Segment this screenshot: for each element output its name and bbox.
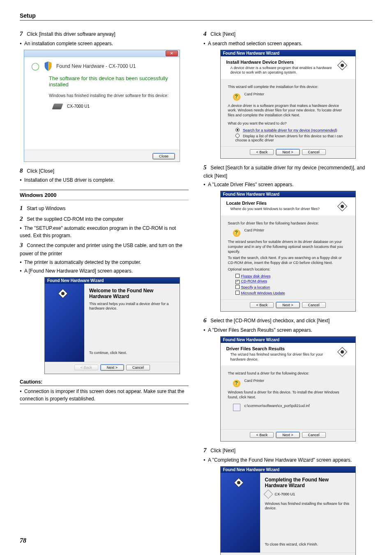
checkbox-floppy[interactable]: Floppy disk drives	[235, 273, 348, 278]
step-number: 5	[203, 163, 209, 172]
step-number: 4	[203, 29, 209, 39]
cancel-button[interactable]: Cancel	[302, 302, 326, 308]
page-header: Setup	[20, 12, 372, 21]
step-7-left: 7 Click [Install this driver software an…	[20, 29, 189, 39]
device-icon	[52, 104, 63, 109]
wizard-heading: Completing the Found New Hardware Wizard	[265, 477, 350, 488]
device-name: CX-7000 U1	[67, 104, 90, 109]
device-icon	[263, 489, 273, 499]
option-label: CD-ROM drives	[241, 279, 267, 283]
checkbox-icon	[235, 291, 240, 295]
locate-driver-dialog: Found New Hardware Wizard Locate Driver …	[220, 191, 356, 312]
step-4: 4 Click [Next]	[203, 29, 372, 39]
wizard-icon	[337, 60, 348, 71]
text-line: Windows has finished installing the soft…	[265, 502, 350, 511]
dialog-subtext: A device driver is a software program th…	[226, 66, 333, 75]
install-line: Windows has finished installing the driv…	[49, 93, 171, 98]
inf-icon	[233, 404, 240, 411]
close-icon[interactable]: ✕	[166, 51, 178, 56]
bullet: An installation complete screen appears.	[20, 40, 189, 47]
wizard-sidebar	[221, 473, 260, 553]
search-results-dialog: Found New Hardware Wizard Driver Files S…	[220, 336, 356, 442]
cancel-button[interactable]: Cancel	[302, 149, 326, 155]
svg-point-3	[341, 64, 344, 67]
step-6: 6 Select the [CD-ROM drives] checkbox, a…	[203, 316, 372, 325]
step-7-right: 7 Click [Next]	[203, 446, 372, 455]
checkbox-update[interactable]: Microsoft Windows Update	[235, 290, 348, 295]
radio-option-search[interactable]: Search for a suitable driver for my devi…	[235, 127, 348, 132]
back-button[interactable]: < Back	[250, 149, 274, 155]
back-button: < Back	[74, 365, 98, 370]
checkbox-specify[interactable]: Specify a location	[235, 284, 348, 289]
wizard-continue: To continue, click Next.	[89, 351, 175, 356]
step-number: 2	[20, 214, 25, 224]
wizard-para: This wizard helps you install a device d…	[89, 302, 175, 311]
option-label: Floppy disk drives	[241, 274, 271, 278]
bullet: The "SETUP.exe" automatic execution prog…	[20, 224, 189, 239]
wizard-icon	[233, 477, 244, 488]
w2k-step-2: 2 Set the supplied CD-ROM into the compu…	[20, 214, 189, 224]
text-line: Optional search locations:	[228, 267, 348, 272]
step-number: 1	[20, 204, 25, 213]
next-button[interactable]: Next >	[101, 365, 124, 370]
text-line: This wizard will complete the installati…	[228, 85, 348, 90]
dialog-titlebar: Found New Hardware Wizard	[221, 337, 355, 343]
option-label: Display a list of the known drivers for …	[235, 134, 343, 142]
svg-point-1	[61, 292, 65, 295]
dialog-subtext: Where do you want Windows to search for …	[226, 207, 333, 212]
text-line: Search for driver files for the followin…	[228, 221, 348, 226]
bullet: A search method selection screen appears…	[203, 40, 372, 47]
left-column: 7 Click [Install this driver software an…	[20, 28, 189, 555]
text-line: To close this wizard, click Finish.	[265, 542, 350, 547]
text-line: The wizard found a driver for the follow…	[228, 371, 348, 376]
close-button[interactable]: Close	[153, 153, 175, 159]
device-name: Card Printer	[244, 379, 265, 383]
next-button[interactable]: Next >	[276, 432, 299, 438]
next-button[interactable]: Next >	[276, 149, 299, 155]
dialog-subtext: The wizard has finished searching for dr…	[226, 352, 333, 362]
caution-text: Connection is improper if this screen do…	[20, 388, 189, 402]
path-row: c:\common\software\cx_port\pdi21ud.inf	[233, 404, 348, 411]
bullet: A "Locate Driver Files" screen appears.	[203, 181, 372, 188]
device-name: CX-7000 U1	[275, 492, 295, 496]
device-name: Card Printer	[244, 228, 265, 232]
bullet: A "Driver Files Search Results" screen a…	[203, 326, 372, 334]
divider	[20, 386, 189, 386]
step-number: 6	[203, 316, 209, 325]
svg-point-7	[341, 350, 344, 354]
device-row: Card Printer	[233, 379, 348, 386]
section-windows2000: Windows 2000	[20, 190, 189, 200]
right-column: 4 Click [Next] A search method selection…	[203, 28, 372, 555]
text-line: Windows found a driver for this device. …	[228, 390, 348, 400]
dialog-titlebar: Found New Hardware Wizard	[45, 278, 180, 284]
next-button[interactable]: Next >	[276, 302, 299, 308]
back-button[interactable]: < Back	[250, 432, 274, 438]
cancel-button[interactable]: Cancel	[302, 432, 326, 438]
device-name: Card Printer	[244, 92, 265, 96]
step-8-left: 8 Click [Close]	[20, 166, 189, 176]
dialog-titlebar: ✕	[24, 50, 180, 57]
radio-option-display[interactable]: Display a list of the known drivers for …	[235, 133, 348, 142]
step-text: Select the [CD-ROM drives] checkbox, and…	[210, 318, 330, 324]
dialog-heading: Driver Files Search Results	[226, 346, 333, 351]
bullet: Installation of the USB driver is comple…	[20, 176, 189, 184]
back-button[interactable]: < Back	[250, 302, 274, 308]
svg-point-5	[341, 205, 344, 208]
cancel-button[interactable]: Cancel	[126, 365, 150, 370]
text-line: What do you want the wizard to do?	[228, 121, 348, 126]
dialog-heading: Install Hardware Device Drivers	[226, 60, 333, 65]
wizard-heading: Welcome to the Found New Hardware Wizard	[89, 288, 175, 299]
checkbox-icon	[235, 285, 240, 289]
step-text: Click [Install this driver software anyw…	[27, 31, 115, 37]
device-row: CX-7000 U1	[53, 104, 171, 109]
page-number: 78	[20, 537, 26, 544]
step-text: Start up Windows	[27, 206, 65, 211]
dialog-titlebar: Found New Hardware Wizard	[221, 50, 355, 56]
svg-point-9	[237, 481, 240, 484]
device-row: Card Printer	[233, 92, 348, 99]
checkbox-cdrom[interactable]: CD-ROM drives	[235, 279, 348, 284]
driver-path: c:\common\software\cx_port\pdi21ud.inf	[244, 404, 310, 408]
step-5: 5 Select [Search for a suitable driver f…	[203, 163, 372, 180]
bullet: A [Found New Hardware Wizard] screen app…	[20, 267, 189, 275]
shield-icon	[44, 61, 52, 71]
